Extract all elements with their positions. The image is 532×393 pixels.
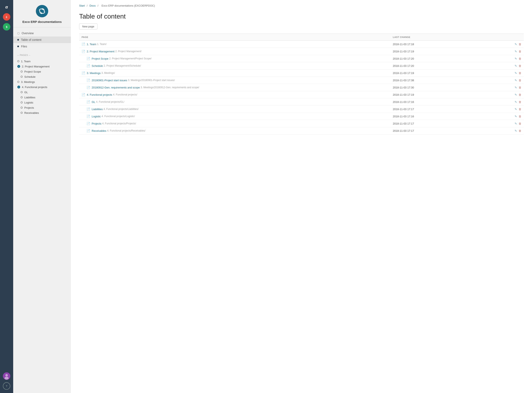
page-name-link[interactable]: GL [92,100,95,103]
actions-cell: ✎🗑 [479,62,524,69]
edit-icon[interactable]: ✎ [515,50,517,53]
page-doc-icon: 📄 [82,43,85,46]
page-doc-icon: 📄 [82,50,85,53]
delete-icon[interactable]: 🗑 [519,43,521,46]
page-name-link[interactable]: 3. Meetings [87,72,101,75]
table-row: 📄20180901-Project start issues3. Meeting… [79,77,524,84]
edit-icon[interactable]: ✎ [515,79,517,82]
delete-icon[interactable]: 🗑 [519,86,521,89]
main-content: Start / Docs / Exco ERP documentations (… [71,0,532,393]
edit-icon[interactable]: ✎ [515,108,517,111]
page-path: 4. Functional projects/ [113,93,137,96]
page-name-link[interactable]: Logistic [92,115,101,118]
delete-icon[interactable]: 🗑 [519,50,521,53]
circle-icon-proj-scope [21,70,23,73]
page-cell-row-proj-scope: 📄Project Scope2. Project Management/Proj… [79,55,391,62]
delete-icon[interactable]: 🗑 [519,79,521,82]
page-name-link[interactable]: Projects [92,122,101,125]
page-path: 1. Team/ [97,43,106,46]
svg-point-2 [5,377,9,380]
sidebar-header: Exco ERP documentations [13,0,71,27]
edit-icon[interactable]: ✎ [515,57,517,60]
alpha-icon[interactable]: α [3,3,10,11]
sidebar-item-files[interactable]: Files [13,43,71,50]
breadcrumb-docs[interactable]: Docs [89,4,96,7]
sidebar-item-toc[interactable]: Table of content [13,36,71,43]
page-name-link[interactable]: 1. Team [87,43,96,46]
page-name-link[interactable]: Liabilities [92,108,103,111]
page-path: 2. Project Management/Schedule/ [104,64,141,67]
dollar-icon[interactable]: $ [3,23,10,30]
last-change-cell: 2018-11-03 17:16 [391,98,479,106]
page-cell-row-projects: 📄Projects4. Functional projects/Projects… [79,120,391,127]
tree-item-gl[interactable]: GL [13,90,71,95]
edit-icon[interactable]: ✎ [515,93,517,96]
page-cell-row-logistic: 📄Logistic4. Functional projects/Logistic… [79,113,391,120]
page-name-link[interactable]: Receivables [92,129,106,132]
actions-cell: ✎🗑 [479,84,524,91]
edit-icon[interactable]: ✎ [515,129,517,132]
page-name-link[interactable]: 20180912-Gen. requirements and scope [92,86,140,89]
sidebar-item-overview[interactable]: ▢ Overview [13,30,71,36]
delete-icon[interactable]: 🗑 [519,100,521,103]
last-change-cell: 2018-11-03 17:20 [391,55,479,62]
page-name-link[interactable]: 20180901-Project start issues [92,79,127,82]
tree-item-proj-scope[interactable]: Project Scope [13,69,71,74]
user-avatar[interactable] [3,372,10,380]
page-name-link[interactable]: Project Scope [92,57,108,60]
table-row: 📄2. Project Management2. Project Managem… [79,48,524,55]
page-name-link[interactable]: 4. Functional projects [87,93,112,96]
page-header: Table of content New page [71,9,532,34]
delete-icon[interactable]: 🗑 [519,57,521,60]
tree-item-schedule[interactable]: Schedule [13,74,71,79]
page-doc-icon: 📄 [87,86,90,89]
monitor-icon: ▢ [17,32,19,35]
actions-cell: ✎🗑 [479,55,524,62]
delete-icon[interactable]: 🗑 [519,108,521,111]
page-cell-row-meeting1: 📄20180901-Project start issues3. Meeting… [79,77,391,84]
edit-icon[interactable]: ✎ [515,100,517,103]
breadcrumb-start[interactable]: Start [79,4,85,7]
tree-item-proj-mgmt[interactable]: ✓ 2. Project Management [13,64,71,69]
page-path: 4. Functional projects/Liabilities/ [103,108,138,111]
page-cell-row-receivables: 📄Receivables4. Functional projects/Recei… [79,127,391,134]
page-path: 3. Meetings/20180912-Gen. requirements a… [140,86,199,89]
tree-item-logistic[interactable]: Logistic [13,100,71,105]
actions-cell: ✎🗑 [479,98,524,106]
page-path: 3. Meetings/ [101,72,115,74]
tree-item-liabilities[interactable]: Liabilities [13,95,71,100]
page-doc-icon: 📄 [87,129,90,132]
last-change-cell: 2018-11-03 17:19 [391,91,479,98]
page-name-link[interactable]: 2. Project Management [87,50,114,53]
actions-cell: ✎🗑 [479,48,524,55]
edit-icon[interactable]: ✎ [515,64,517,67]
edit-icon[interactable]: ✎ [515,86,517,89]
edit-icon[interactable]: ✎ [515,122,517,125]
pound-icon[interactable]: £ [3,13,10,21]
svg-point-3 [38,7,46,15]
last-change-cell: 2018-11-03 17:17 [391,120,479,127]
delete-icon[interactable]: 🗑 [519,115,521,118]
tree-item-meetings[interactable]: 3. Meetings [13,79,71,84]
edit-icon[interactable]: ✎ [515,43,517,46]
new-page-button[interactable]: New page [79,24,97,29]
edit-icon[interactable]: ✎ [515,115,517,118]
actions-cell: ✎🗑 [479,127,524,134]
check-icon-func-proj: ✓ [17,86,20,88]
page-title: Table of content [79,13,524,20]
delete-icon[interactable]: 🗑 [519,93,521,96]
delete-icon[interactable]: 🗑 [519,72,521,75]
page-name-link[interactable]: Schedule [92,64,103,67]
edit-icon[interactable]: ✎ [515,72,517,75]
delete-icon[interactable]: 🗑 [519,64,521,67]
page-doc-icon: 📄 [87,57,90,60]
delete-icon[interactable]: 🗑 [519,129,521,132]
delete-icon[interactable]: 🗑 [519,122,521,125]
tree-item-func-proj[interactable]: ✓ 4. Functional projects [13,84,71,90]
page-cell-row-meeting2: 📄20180912-Gen. requirements and scope3. … [79,84,391,91]
tree-item-team[interactable]: 1. Team [13,59,71,64]
actions-cell: ✎🗑 [479,69,524,77]
tree-item-projects[interactable]: Projects [13,105,71,110]
tree-item-receivables[interactable]: Receivables [13,110,71,115]
help-icon[interactable]: ? [3,382,10,390]
